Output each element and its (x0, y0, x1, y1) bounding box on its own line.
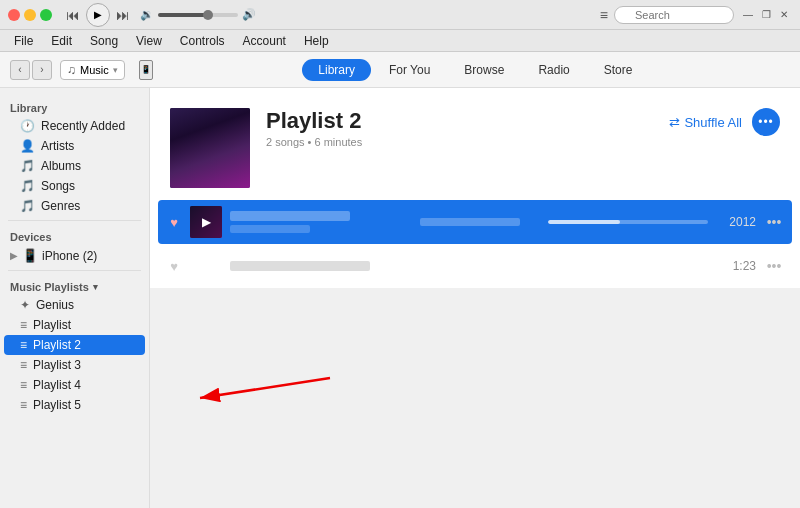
playlist-header: Playlist 2 2 songs • 6 minutes ⇄ Shuffle… (150, 88, 800, 200)
shuffle-label: Shuffle All (684, 115, 742, 130)
track-year: 2012 (716, 215, 756, 229)
play-button[interactable]: ▶ (86, 3, 110, 27)
track-list: ♥ ▶ (150, 200, 800, 288)
albums-icon: 🎵 (20, 159, 35, 173)
track-meta-area (420, 218, 540, 226)
sidebar: Library 🕐 Recently Added 👤 Artists 🎵 Alb… (0, 88, 150, 508)
more-icon: ••• (758, 115, 774, 129)
window-controls (8, 9, 52, 21)
list-icon[interactable]: ≡ (600, 7, 608, 23)
tab-library[interactable]: Library (302, 59, 371, 81)
track-name (230, 211, 350, 221)
minimize-button[interactable] (24, 9, 36, 21)
more-button[interactable]: ••• (752, 108, 780, 136)
win-controls: — ❐ ✕ (740, 8, 792, 22)
iphone-label: iPhone (2) (42, 249, 97, 263)
shuffle-button[interactable]: ⇄ Shuffle All (669, 115, 742, 130)
playlist-actions: ⇄ Shuffle All ••• (669, 108, 780, 136)
sidebar-item-recently-added[interactable]: 🕐 Recently Added (4, 116, 145, 136)
tab-store[interactable]: Store (588, 59, 649, 81)
sidebar-item-playlist5[interactable]: ≡ Playlist 5 (4, 395, 145, 415)
track-progress-bar[interactable] (548, 220, 708, 224)
playing-indicator-icon: ▶ (202, 215, 211, 229)
track-duration: 1:23 (716, 259, 756, 273)
nav-tabs: Library For You Browse Radio Store (161, 59, 790, 81)
playlist-label: Playlist (33, 318, 71, 332)
clock-icon: 🕐 (20, 119, 35, 133)
playlist3-icon: ≡ (20, 358, 27, 372)
menu-controls[interactable]: Controls (172, 32, 233, 50)
win-close-button[interactable]: ✕ (776, 8, 792, 22)
genius-label: Genius (36, 298, 74, 312)
track-row[interactable]: ♥ ▶ (158, 200, 792, 244)
iphone-icon: 📱 (22, 248, 38, 263)
back-arrow[interactable]: ‹ (10, 60, 30, 80)
menu-file[interactable]: File (6, 32, 41, 50)
menu-help[interactable]: Help (296, 32, 337, 50)
search-wrap: 🔍 (614, 6, 734, 24)
playlist5-label: Playlist 5 (33, 398, 81, 412)
tab-radio[interactable]: Radio (522, 59, 585, 81)
win-minimize-button[interactable]: — (740, 8, 756, 22)
volume-control[interactable]: 🔉 🔊 (140, 8, 256, 21)
playlist-art-image (170, 108, 250, 188)
recently-added-label: Recently Added (41, 119, 125, 133)
sidebar-item-iphone[interactable]: ▶ 📱 iPhone (2) (0, 245, 149, 266)
sidebar-item-playlist3[interactable]: ≡ Playlist 3 (4, 355, 145, 375)
search-input[interactable] (614, 6, 734, 24)
library-section-header: Library (0, 96, 149, 116)
shuffle-icon: ⇄ (669, 115, 680, 130)
tab-for-you[interactable]: For You (373, 59, 446, 81)
artists-icon: 👤 (20, 139, 35, 153)
like-button[interactable]: ♥ (166, 259, 182, 274)
content-wrapper: Playlist 2 2 songs • 6 minutes ⇄ Shuffle… (150, 88, 800, 508)
playlists-section-header[interactable]: Music Playlists ▾ (0, 275, 149, 295)
playlist4-label: Playlist 4 (33, 378, 81, 392)
win-restore-button[interactable]: ❐ (758, 8, 774, 22)
close-button[interactable] (8, 9, 20, 21)
expand-icon: ▶ (10, 250, 18, 261)
track-thumbnail: ▶ (190, 206, 222, 238)
svg-line-1 (200, 378, 330, 398)
tab-browse[interactable]: Browse (448, 59, 520, 81)
track-progress-fill (548, 220, 620, 224)
songs-label: Songs (41, 179, 75, 193)
nav-source-label: Music (80, 64, 109, 76)
sidebar-item-artists[interactable]: 👤 Artists (4, 136, 145, 156)
track-more-button[interactable]: ••• (764, 258, 784, 274)
volume-bar[interactable] (158, 13, 238, 17)
playlists-chevron-icon: ▾ (93, 282, 98, 292)
playlist4-icon: ≡ (20, 378, 27, 392)
menu-edit[interactable]: Edit (43, 32, 80, 50)
playback-controls: ⏮ ▶ ⏭ (66, 3, 130, 27)
nav-source[interactable]: ♫ Music ▾ (60, 60, 125, 80)
sidebar-item-albums[interactable]: 🎵 Albums (4, 156, 145, 176)
like-button[interactable]: ♥ (166, 215, 182, 230)
playlists-header-label: Music Playlists (10, 281, 89, 293)
sidebar-item-playlist[interactable]: ≡ Playlist (4, 315, 145, 335)
track-more-button[interactable]: ••• (764, 214, 784, 230)
skip-back-button[interactable]: ⏮ (66, 7, 80, 23)
content: Playlist 2 2 songs • 6 minutes ⇄ Shuffle… (150, 88, 800, 288)
artists-label: Artists (41, 139, 74, 153)
sidebar-item-genres[interactable]: 🎵 Genres (4, 196, 145, 216)
menu-view[interactable]: View (128, 32, 170, 50)
sidebar-item-playlist4[interactable]: ≡ Playlist 4 (4, 375, 145, 395)
playlist-info: Playlist 2 2 songs • 6 minutes (266, 108, 653, 148)
menu-account[interactable]: Account (235, 32, 294, 50)
sidebar-item-playlist2[interactable]: ≡ Playlist 2 (4, 335, 145, 355)
playlist-title: Playlist 2 (266, 108, 653, 134)
forward-arrow[interactable]: › (32, 60, 52, 80)
volume-handle[interactable] (203, 10, 213, 20)
nav-bar: ‹ › ♫ Music ▾ 📱 Library For You Browse R… (0, 52, 800, 88)
sidebar-item-genius[interactable]: ✦ Genius (4, 295, 145, 315)
sidebar-item-songs[interactable]: 🎵 Songs (4, 176, 145, 196)
play-icon: ▶ (94, 9, 102, 20)
menu-song[interactable]: Song (82, 32, 126, 50)
maximize-button[interactable] (40, 9, 52, 21)
songs-icon: 🎵 (20, 179, 35, 193)
volume-max-icon: 🔊 (242, 8, 256, 21)
track-row[interactable]: ♥ 1:23 ••• (158, 244, 792, 288)
genres-label: Genres (41, 199, 80, 213)
skip-forward-button[interactable]: ⏭ (116, 7, 130, 23)
